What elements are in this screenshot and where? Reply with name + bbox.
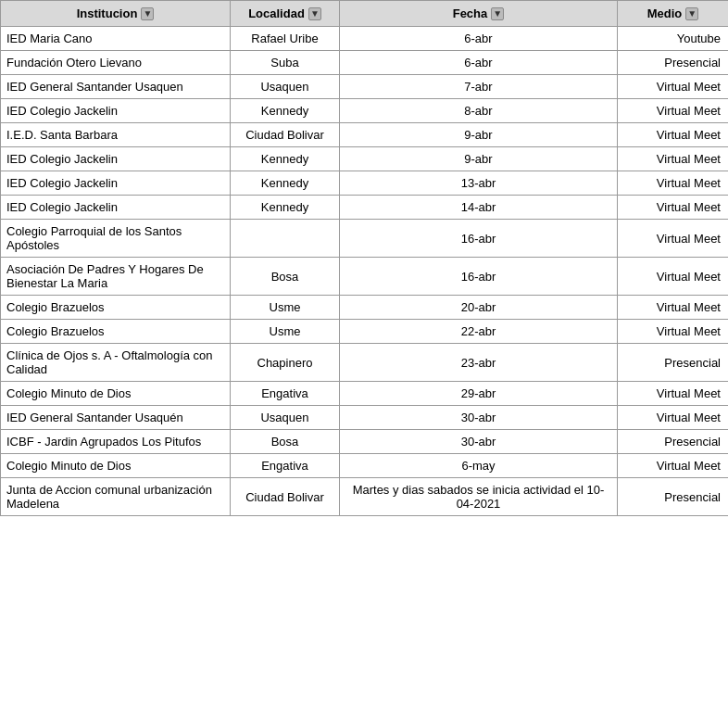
cell-localidad: Suba xyxy=(231,51,340,75)
cell-institucion: Colegio Brazuelos xyxy=(1,320,231,344)
cell-fecha: 9-abr xyxy=(340,147,618,171)
cell-medio: Youtube xyxy=(618,27,729,51)
cell-localidad: Bosa xyxy=(231,430,340,454)
cell-institucion: Clínica de Ojos s. A - Oftalmología con … xyxy=(1,344,231,382)
table-row: Colegio Minuto de DiosEngativa6-mayVirtu… xyxy=(1,454,729,478)
cell-medio: Presencial xyxy=(618,478,729,516)
cell-institucion: Fundación Otero Lievano xyxy=(1,51,231,75)
cell-fecha: 13-abr xyxy=(340,171,618,196)
cell-fecha: 20-abr xyxy=(340,296,618,320)
cell-institucion: IED General Santander Usaquen xyxy=(1,75,231,99)
cell-fecha: 23-abr xyxy=(340,344,618,382)
header-localidad-label: Localidad xyxy=(248,6,305,20)
cell-medio: Presencial xyxy=(618,344,729,382)
cell-fecha: 7-abr xyxy=(340,75,618,99)
cell-fecha: 14-abr xyxy=(340,196,618,220)
cell-fecha: Martes y dias sabados se inicia activida… xyxy=(340,478,618,516)
cell-fecha: 30-abr xyxy=(340,406,618,430)
cell-institucion: Colegio Brazuelos xyxy=(1,296,231,320)
schedule-table: Institucion ▼ Localidad ▼ Fecha ▼ xyxy=(0,0,728,516)
table-row: Clínica de Ojos s. A - Oftalmología con … xyxy=(1,344,729,382)
cell-localidad: Engativa xyxy=(231,454,340,478)
table-row: IED General Santander UsaquénUsaquen30-a… xyxy=(1,406,729,430)
cell-fecha: 16-abr xyxy=(340,258,618,296)
cell-institucion: IED Colegio Jackelin xyxy=(1,99,231,123)
cell-institucion: IED Maria Cano xyxy=(1,27,231,51)
cell-fecha: 6-abr xyxy=(340,51,618,75)
table-row: I.E.D. Santa BarbaraCiudad Bolivar9-abrV… xyxy=(1,123,729,147)
cell-institucion: Colegio Minuto de Dios xyxy=(1,454,231,478)
table-row: IED Colegio JackelinKennedy8-abrVirtual … xyxy=(1,99,729,123)
cell-fecha: 6-abr xyxy=(340,27,618,51)
cell-institucion: IED Colegio Jackelin xyxy=(1,171,231,196)
header-localidad[interactable]: Localidad ▼ xyxy=(231,1,340,27)
cell-institucion: Colegio Parroquial de los Santos Apóstol… xyxy=(1,220,231,258)
cell-medio: Virtual Meet xyxy=(618,258,729,296)
cell-localidad: Kennedy xyxy=(231,99,340,123)
table-row: Colegio Minuto de DiosEngativa29-abrVirt… xyxy=(1,382,729,406)
cell-medio: Virtual Meet xyxy=(618,171,729,196)
header-fecha[interactable]: Fecha ▼ xyxy=(340,1,618,27)
table-row: Colegio Parroquial de los Santos Apóstol… xyxy=(1,220,729,258)
cell-localidad: Ciudad Bolivar xyxy=(231,123,340,147)
table-row: IED Maria CanoRafael Uribe6-abrYoutube xyxy=(1,27,729,51)
header-fecha-label: Fecha xyxy=(453,6,488,20)
sort-icon-localidad[interactable]: ▼ xyxy=(308,7,321,20)
table-row: Colegio BrazuelosUsme22-abrVirtual Meet xyxy=(1,320,729,344)
sort-icon-medio[interactable]: ▼ xyxy=(685,7,698,20)
table-header-row: Institucion ▼ Localidad ▼ Fecha ▼ xyxy=(1,1,729,27)
cell-localidad: Usaquen xyxy=(231,75,340,99)
cell-fecha: 8-abr xyxy=(340,99,618,123)
cell-medio: Virtual Meet xyxy=(618,99,729,123)
table-row: IED General Santander UsaquenUsaquen7-ab… xyxy=(1,75,729,99)
header-medio-label: Medio xyxy=(647,6,683,20)
cell-medio: Virtual Meet xyxy=(618,382,729,406)
cell-institucion: Asociación De Padres Y Hogares De Bienes… xyxy=(1,258,231,296)
cell-institucion: IED General Santander Usaquén xyxy=(1,406,231,430)
cell-medio: Virtual Meet xyxy=(618,147,729,171)
cell-medio: Presencial xyxy=(618,51,729,75)
cell-medio: Virtual Meet xyxy=(618,406,729,430)
cell-institucion: IED Colegio Jackelin xyxy=(1,147,231,171)
cell-localidad xyxy=(231,220,340,258)
table-row: IED Colegio JackelinKennedy14-abrVirtual… xyxy=(1,196,729,220)
cell-localidad: Kennedy xyxy=(231,171,340,196)
header-medio[interactable]: Medio ▼ xyxy=(618,1,729,27)
table-row: IED Colegio JackelinKennedy9-abrVirtual … xyxy=(1,147,729,171)
cell-institucion: ICBF - Jardin Agrupados Los Pitufos xyxy=(1,430,231,454)
table-row: Junta de Accion comunal urbanización Mad… xyxy=(1,478,729,516)
cell-localidad: Usaquen xyxy=(231,406,340,430)
cell-fecha: 22-abr xyxy=(340,320,618,344)
header-institucion-label: Institucion xyxy=(77,6,138,20)
cell-fecha: 9-abr xyxy=(340,123,618,147)
cell-fecha: 16-abr xyxy=(340,220,618,258)
cell-medio: Virtual Meet xyxy=(618,454,729,478)
cell-localidad: Ciudad Bolivar xyxy=(231,478,340,516)
cell-medio: Virtual Meet xyxy=(618,75,729,99)
cell-medio: Virtual Meet xyxy=(618,320,729,344)
sort-icon-fecha[interactable]: ▼ xyxy=(491,7,504,20)
header-institucion[interactable]: Institucion ▼ xyxy=(1,1,231,27)
main-table-container: Institucion ▼ Localidad ▼ Fecha ▼ xyxy=(0,0,728,516)
table-row: Colegio BrazuelosUsme20-abrVirtual Meet xyxy=(1,296,729,320)
cell-localidad: Usme xyxy=(231,296,340,320)
cell-institucion: Junta de Accion comunal urbanización Mad… xyxy=(1,478,231,516)
cell-localidad: Kennedy xyxy=(231,196,340,220)
cell-localidad: Rafael Uribe xyxy=(231,27,340,51)
sort-icon-institucion[interactable]: ▼ xyxy=(141,7,154,20)
cell-medio: Virtual Meet xyxy=(618,220,729,258)
cell-medio: Virtual Meet xyxy=(618,196,729,220)
cell-medio: Virtual Meet xyxy=(618,296,729,320)
cell-localidad: Chapinero xyxy=(231,344,340,382)
cell-institucion: I.E.D. Santa Barbara xyxy=(1,123,231,147)
cell-institucion: Colegio Minuto de Dios xyxy=(1,382,231,406)
cell-medio: Presencial xyxy=(618,430,729,454)
cell-localidad: Usme xyxy=(231,320,340,344)
cell-institucion: IED Colegio Jackelin xyxy=(1,196,231,220)
cell-fecha: 29-abr xyxy=(340,382,618,406)
cell-medio: Virtual Meet xyxy=(618,123,729,147)
table-row: IED Colegio JackelinKennedy13-abrVirtual… xyxy=(1,171,729,196)
cell-localidad: Engativa xyxy=(231,382,340,406)
table-row: Asociación De Padres Y Hogares De Bienes… xyxy=(1,258,729,296)
cell-localidad: Bosa xyxy=(231,258,340,296)
